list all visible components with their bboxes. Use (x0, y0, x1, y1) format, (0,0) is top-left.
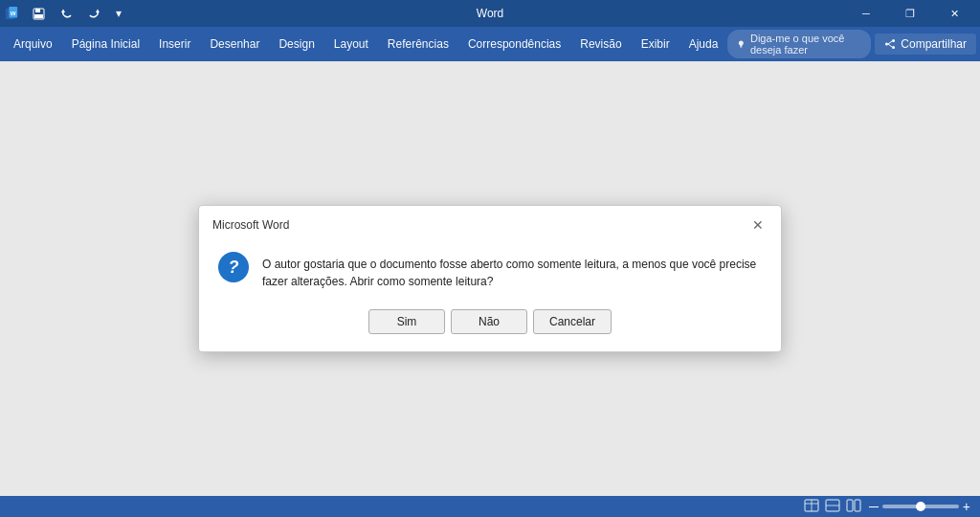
undo-quick-btn[interactable] (56, 6, 77, 22)
save-quick-btn[interactable] (29, 6, 49, 22)
share-icon (884, 38, 896, 50)
svg-point-12 (885, 43, 888, 46)
dialog-box: Microsoft Word ✕ ? O autor gostaria que … (198, 205, 782, 352)
dialog-cancel-button[interactable]: Cancelar (533, 309, 612, 334)
svg-point-11 (892, 46, 895, 49)
svg-marker-7 (96, 9, 100, 12)
menu-arquivo[interactable]: Arquivo (4, 32, 62, 56)
zoom-plus[interactable]: + (963, 499, 970, 514)
menu-ajuda[interactable]: Ajuda (679, 32, 728, 56)
view-mode-2-icon[interactable] (825, 499, 840, 515)
word-app-icon: W (4, 6, 19, 21)
dialog-buttons: Sim Não Cancelar (199, 305, 781, 351)
restore-button[interactable]: ❐ (888, 0, 932, 27)
svg-rect-5 (34, 14, 43, 18)
view-mode-1-icon[interactable] (804, 499, 819, 515)
lightbulb-icon (737, 38, 746, 50)
svg-line-13 (888, 41, 892, 44)
close-button[interactable]: ✕ (932, 0, 976, 27)
menu-bar-right: Diga-me o que você deseja fazer Comparti… (727, 30, 976, 58)
dialog-question-icon: ? (218, 252, 249, 282)
title-bar-left: W ▾ (4, 5, 125, 22)
zoom-thumb (916, 502, 925, 511)
quick-access-toolbar: ▾ (29, 5, 125, 22)
menu-desenhar[interactable]: Desenhar (200, 32, 269, 56)
menu-bar: Arquivo Página Inicial Inserir Desenhar … (0, 27, 980, 61)
menu-correspondencias[interactable]: Correspondências (458, 32, 570, 56)
menu-layout[interactable]: Layout (324, 32, 378, 56)
svg-point-10 (892, 39, 895, 42)
redo-quick-btn[interactable] (84, 6, 104, 22)
dialog-title: Microsoft Word (212, 218, 289, 232)
tell-me-box[interactable]: Diga-me o que você deseja fazer (727, 30, 871, 58)
svg-rect-20 (847, 500, 853, 511)
dialog-yes-button[interactable]: Sim (368, 309, 445, 334)
minimize-button[interactable]: ─ (844, 0, 888, 27)
svg-rect-9 (741, 47, 743, 48)
menu-referencias[interactable]: Referências (378, 32, 458, 56)
menu-revisao[interactable]: Revisão (570, 32, 631, 56)
menu-pagina-inicial[interactable]: Página Inicial (62, 32, 149, 56)
menu-inserir[interactable]: Inserir (149, 32, 200, 56)
menu-design[interactable]: Design (269, 32, 323, 56)
share-label: Compartilhar (901, 37, 967, 51)
dialog-no-button[interactable]: Não (451, 309, 527, 334)
dialog-close-button[interactable]: ✕ (748, 215, 768, 235)
status-icons (804, 499, 861, 515)
dialog-titlebar: Microsoft Word ✕ (199, 206, 781, 242)
status-bar: ─ + (0, 496, 980, 517)
menu-exibir[interactable]: Exibir (632, 32, 679, 56)
dialog-overlay: Microsoft Word ✕ ? O autor gostaria que … (0, 61, 980, 496)
dialog-body: ? O autor gostaria que o documento fosse… (199, 242, 781, 305)
zoom-slider[interactable] (882, 505, 959, 508)
svg-text:W: W (11, 10, 16, 16)
window-controls: ─ ❐ ✕ (844, 0, 976, 27)
zoom-control: ─ + (869, 499, 970, 514)
title-bar: W ▾ (0, 0, 980, 27)
app-title: Word (477, 7, 503, 20)
dialog-message-text: O autor gostaria que o documento fosse a… (262, 250, 762, 290)
question-mark: ? (229, 258, 239, 278)
svg-rect-8 (741, 46, 743, 47)
svg-rect-21 (855, 500, 860, 511)
svg-marker-6 (61, 9, 65, 12)
view-mode-3-icon[interactable] (846, 499, 861, 515)
main-area: Microsoft Word ✕ ? O autor gostaria que … (0, 61, 980, 496)
tell-me-text[interactable]: Diga-me o que você deseja fazer (750, 33, 861, 56)
zoom-minus[interactable]: ─ (869, 499, 879, 514)
customize-quick-access-btn[interactable]: ▾ (112, 5, 125, 22)
svg-line-14 (888, 44, 892, 47)
share-button[interactable]: Compartilhar (875, 34, 976, 55)
svg-rect-4 (35, 9, 40, 12)
